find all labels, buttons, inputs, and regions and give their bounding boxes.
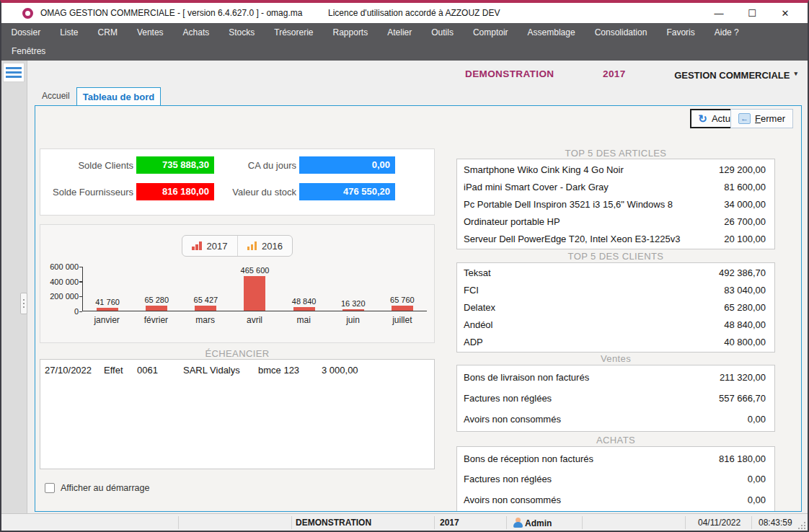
tab-accueil[interactable]: Accueil [42,91,70,101]
user-icon [513,518,523,528]
menu-item-achats[interactable]: Achats [173,27,219,37]
list-item[interactable]: ADP40 800,00 [457,337,774,347]
chart-bar-value: 65 280 [144,296,169,304]
chart-bar-slot: 65 427 [181,267,230,311]
startup-checkbox[interactable] [45,483,55,493]
list-item[interactable]: Avoirs non consommés0,00 [457,414,774,425]
item-name: Factures non réglées [464,393,552,404]
menu-item-consolidation[interactable]: Consolidation [585,27,657,37]
hamburger-menu-icon[interactable] [3,63,25,82]
chart-month-label: mai [279,315,328,325]
section-title-ventes: Ventes [456,353,775,364]
sidebar-splitter-handle[interactable] [20,293,27,314]
list-item[interactable]: FCI83 040,00 [457,285,774,296]
maximize-icon[interactable]: ☐ [735,3,769,23]
menu-item-aide-[interactable]: Aide ? [704,27,748,37]
statusbar-separator [178,516,179,529]
y-axis-tick-mark [79,296,82,298]
list-item[interactable]: Smartphone Wiko Cink King 4 Go Noir129 2… [457,164,774,175]
bar-chart: 600 000400 000200 000041 76065 28065 427… [82,267,427,311]
tab-tableau-de-bord[interactable]: Tableau de bord [76,87,161,106]
echeancier-cell: Effet [104,365,137,376]
chart-bar [97,308,118,311]
chart-bar [342,309,364,311]
close-icon[interactable]: ✕ [769,3,802,23]
item-value: 83 040,00 [724,285,766,296]
item-name: Bons de réception non facturés [464,453,593,464]
resize-grip[interactable] [796,520,805,529]
chart-bar-value: 16 320 [341,299,366,308]
list-item[interactable]: Andéol48 840,00 [457,319,774,330]
item-value: 48 840,00 [724,319,766,330]
menu-item-assemblage[interactable]: Assemblage [518,27,585,37]
list-item[interactable]: iPad mini Smart Cover - Dark Gray81 600,… [457,182,774,192]
list-item[interactable]: Avoirs non consommés0,00 [457,495,774,505]
menu-item-ventes[interactable]: Ventes [127,27,173,37]
kpi-panel: Solde Clients735 888,30CA du jours0,00So… [40,148,435,216]
menu-item-atelier[interactable]: Atelier [378,27,422,37]
chart-bar [244,276,265,311]
list-item[interactable]: Teksat492 386,70 [457,267,774,278]
menu-item-tr-sorerie[interactable]: Trésorerie [265,27,323,37]
item-value: 492 386,70 [719,267,766,278]
menu-item-favoris[interactable]: Favoris [657,27,704,37]
item-value: 20 100,00 [724,234,766,244]
menu-item-fen-tres[interactable]: Fenêtres [1,46,56,56]
item-value: 0,00 [748,495,766,505]
menu-item-dossier[interactable]: Dossier [1,27,50,37]
list-item[interactable]: Bons de réception non facturés816 180,00 [457,453,774,464]
context-company: DEMONSTRATION [465,68,554,79]
chart-bar [392,306,413,311]
chart-month-label: avril [230,315,279,325]
section-panel: Teksat492 386,70FCI83 040,00Delatex65 28… [456,262,775,353]
kpi-label: Valeur du stock [220,187,296,198]
list-item[interactable]: Factures non réglées0,00 [457,474,774,484]
kpi-label: Solde Clients [40,160,133,171]
echeancier-cell: 0061 [137,365,183,376]
minimize-icon[interactable]: — [702,3,735,23]
list-item[interactable]: Bons de livraison non facturés211 320,00 [457,372,774,383]
chart-bar-value: 48 840 [292,297,317,306]
year-button-2016[interactable]: 2016 [237,236,292,256]
chart-bar [293,307,315,311]
y-axis-tick-label: 200 000 [43,292,79,301]
list-item[interactable]: Ordinateur portable HP26 700,00 [457,216,774,227]
module-selector[interactable]: GESTION COMMERCIALE▾ [674,70,797,81]
menu-item-liste[interactable]: Liste [50,27,88,37]
section-title-top-5-des-clients: TOP 5 DES CLIENTS [456,251,775,262]
statusbar-separator [751,516,752,529]
item-name: Pc Portable Dell Inspiron 3521 i3 15,6" … [464,199,673,210]
startup-checkbox-label: Afficher au démarrage [61,483,149,493]
item-name: Avoirs non consommés [464,495,561,505]
echeancier-cell: 3 000,00 [322,365,386,376]
item-name: Factures non réglées [464,474,552,484]
chart-bar-value: 65 760 [390,296,415,304]
status-user: Admin [513,518,552,528]
menu-item-crm[interactable]: CRM [88,27,127,37]
echeancier-cell: bmce 123 [258,365,322,376]
item-name: Teksat [464,267,491,278]
chart-bar-slot: 41 760 [83,267,132,311]
list-item[interactable]: Delatex65 280,00 [457,302,774,313]
section-title-top-5-des-articles: TOP 5 DES ARTICLES [456,148,775,159]
list-item[interactable]: Serveur Dell PowerEdge T20, Intel Xeon E… [457,234,774,244]
echeancier-row[interactable]: 27/10/2022Effet0061SARL Vidalysbmce 1233… [40,360,434,376]
echeancier-table[interactable]: 27/10/2022Effet0061SARL Vidalysbmce 1233… [40,359,435,469]
y-axis-tick-mark [79,281,82,283]
menu-item-outils[interactable]: Outils [422,27,464,37]
list-item[interactable]: Pc Portable Dell Inspiron 3521 i3 15,6" … [457,199,774,210]
list-item[interactable]: Factures non réglées557 666,70 [457,393,774,404]
item-value: 557 666,70 [719,393,766,404]
year-button-label: 2016 [262,241,283,252]
menu-item-stocks[interactable]: Stocks [219,27,265,37]
item-value: 129 200,00 [719,164,766,175]
item-value: 81 600,00 [724,182,766,192]
menu-bar: DossierListeCRMVentesAchatsStocksTrésore… [1,23,808,61]
menu-item-rapports[interactable]: Rapports [323,27,378,37]
year-button-2017[interactable]: 2017 [182,236,236,256]
window-controls: — ☐ ✕ [702,3,802,23]
module-label: GESTION COMMERCIALE [674,70,790,81]
menu-item-comptoir[interactable]: Comptoir [463,27,518,37]
sales-chart-panel: 20172016 600 000400 000200 000041 76065 … [40,224,435,343]
chart-bar-slot: 65 280 [132,267,181,311]
